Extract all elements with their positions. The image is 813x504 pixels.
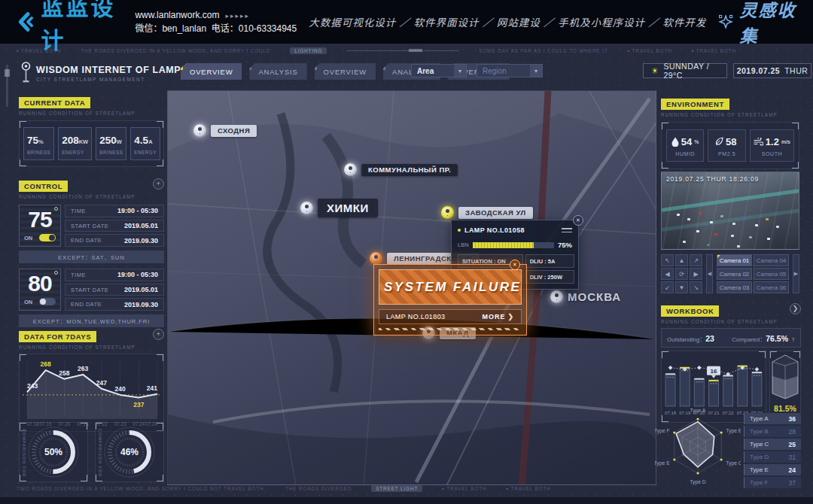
collect-link[interactable]: 灵感收集 — [718, 0, 798, 47]
map-pin-kommunalny[interactable]: КОММУНАЛЬНЫЙ ПР. — [344, 163, 458, 176]
region-select[interactable]: Region ▾ — [477, 64, 543, 77]
area-select-value: Area — [417, 67, 434, 75]
time-row[interactable]: TIME 19:00 - 05:30 — [65, 205, 164, 217]
camera-04-button[interactable]: Camera 04 — [754, 254, 789, 266]
start-date-row[interactable]: START DATE 2019.05.01 — [65, 284, 164, 296]
add-button[interactable]: + — [153, 329, 164, 340]
stat-label: BRINESS — [27, 150, 50, 155]
settings-slider-icon[interactable] — [562, 226, 572, 234]
filter-selects: Area ▾ Region ▾ — [411, 64, 543, 77]
legend-label: Type D — [750, 454, 769, 460]
deco-check: TRAVEL BOTH — [628, 48, 672, 53]
camera-05-button[interactable]: Camera 05 — [754, 268, 789, 280]
camera-video-feed[interactable]: 2019.07.25 THUR 18:26:09 — [661, 172, 799, 250]
pan-right-button[interactable]: ▶ — [690, 268, 702, 280]
pan-down-left-button[interactable]: ↙ — [661, 281, 674, 293]
svg-text:241: 241 — [147, 384, 157, 392]
pan-up-right-button[interactable]: ↗ — [690, 254, 702, 266]
gauge-value: 50% — [44, 447, 62, 457]
more-button[interactable]: MORE❯ — [482, 313, 514, 320]
legend-row-type-d[interactable]: Type D31 — [744, 451, 801, 463]
compared-label: Compared： — [732, 336, 766, 343]
camera-02-button[interactable]: Camera 02 — [717, 268, 752, 280]
expand-button[interactable]: ❯ — [790, 303, 801, 314]
failure-message-box: SYSTEM FAILURE — [379, 269, 522, 305]
brightness-bar[interactable] — [473, 242, 554, 248]
legend-row-type-b[interactable]: Type B28 — [744, 426, 801, 437]
pan-down-button[interactable]: ▼ — [675, 281, 688, 293]
workbook-stats: Outstanding：23 Compared：76.5% ↑ — [661, 328, 801, 348]
failure-title: SYSTEM FAILURE — [384, 280, 516, 295]
pan-up-button[interactable]: ▲ — [675, 254, 688, 266]
svg-text:Type C: Type C — [726, 460, 741, 466]
area-select[interactable]: Area ▾ — [411, 64, 467, 77]
pan-left-button[interactable]: ◀ — [661, 268, 674, 280]
camera-list-prev-button[interactable]: ◀ — [706, 254, 713, 293]
map-pin-moskva[interactable]: МОСКВА — [550, 290, 621, 303]
map-pin-khimki[interactable]: ХИМКИ — [300, 199, 378, 217]
refresh-button[interactable]: ⟳ — [675, 268, 688, 280]
pin-label: ХИМКИ — [318, 199, 378, 217]
camera-06-button[interactable]: Camera 06 — [754, 281, 789, 293]
environment-stats: 54% HUMID 58 PM2.5 1.2m/s SOUTH — [661, 122, 799, 169]
stat-unit: m/s — [781, 139, 790, 144]
close-icon[interactable]: ✕ — [510, 260, 520, 270]
stat-label: PM2.5 — [711, 151, 741, 156]
deco-check: TRAVEL BOTH — [692, 48, 736, 53]
pin-label: КОММУНАЛЬНЫЙ ПР. — [361, 164, 458, 176]
stat-label: HUMID — [670, 151, 700, 156]
row-value: 2019.05.01 — [124, 286, 158, 293]
tab-analysis-1[interactable]: ANALYSIS — [249, 63, 306, 80]
lamp-pin-icon — [344, 163, 357, 176]
left-slider[interactable] — [6, 65, 8, 107]
add-schedule-button[interactable]: + — [153, 178, 164, 190]
collect-label: 灵感收集 — [739, 0, 798, 47]
camera-01-button[interactable]: Camera 01 — [717, 254, 752, 266]
svg-text:268: 268 — [41, 360, 51, 368]
weekday-text: THUR — [784, 66, 808, 75]
stat-value: 54 — [681, 136, 692, 147]
row-label: START DATE — [71, 287, 108, 293]
schedule-toggle-off[interactable] — [39, 298, 56, 305]
website-link[interactable]: www.lanlanwork.com — [135, 10, 219, 20]
deco-check: TRAVEL BOTH — [506, 486, 550, 491]
chevron-right-icon: ❯ — [507, 313, 514, 320]
legend-row-type-e[interactable]: Type E24 — [744, 464, 801, 475]
lamp-types-radar-chart: Type AType BType CType DType EType F — [655, 407, 741, 485]
panel-subtitle: RUNNING CONDITION OF STREETLAMP — [19, 111, 164, 116]
end-date-row[interactable]: END DATE 2019.09.30 — [65, 234, 164, 247]
row-label: TIME — [71, 272, 86, 278]
tab-overview-1[interactable]: OVERVIEW — [181, 63, 242, 80]
tab-overview-2[interactable]: OVERVIEW — [315, 63, 376, 80]
svg-text:237: 237 — [133, 401, 144, 408]
week-line-chart: 24326825826324724023724107.1807.1907.200… — [19, 354, 164, 432]
city-map[interactable]: СХОДНЯ КОММУНАЛЬНЫЙ ПР. ХИМКИ ЗАВОДСКАЯ … — [167, 90, 656, 485]
panel-badge: DATA FOR 7DAYS — [19, 331, 96, 342]
control-panel: CONTROL + RUNNING CONDITION OF STREETLAM… — [19, 178, 164, 327]
schedule-group-2: 80 ON TIME 19:00 - 05:30 START DATE 2019… — [19, 269, 164, 327]
end-date-row[interactable]: END DATE 2019.09.30 — [65, 298, 164, 311]
map-pin-skhodnya[interactable]: СХОДНЯ — [193, 124, 257, 137]
on-label: ON — [24, 299, 32, 305]
current-data-panel: CURRENT DATA RUNNING CONDITION OF STREET… — [19, 95, 164, 167]
legend-row-type-a[interactable]: Type A36 — [744, 413, 801, 424]
start-date-row[interactable]: START DATE 2019.05.01 — [65, 220, 164, 232]
pan-down-right-button[interactable]: ↘ — [690, 281, 702, 293]
camera-panel: 2019.07.25 THUR 18:26:09 ↖ ▲ ↗ ◀ ⟳ ▶ ↙ ▼… — [661, 172, 799, 293]
video-timestamp: 2019.07.25 THUR 18:26:09 — [666, 175, 759, 183]
pan-up-left-button[interactable]: ↖ — [661, 254, 674, 266]
close-icon[interactable]: ✕ — [573, 215, 583, 226]
gauge-label: COMPARISON FOR — [22, 429, 26, 477]
stat-value: 1.2 — [766, 136, 779, 147]
schedule-toggle-on[interactable] — [39, 234, 56, 241]
lanlan-logo-icon — [15, 9, 35, 35]
arrows-decoration: ▸▸▸▸▸ — [225, 12, 250, 20]
map-pin-zavodskaya[interactable]: ЗАВОДСКАЯ УЛ — [441, 206, 533, 219]
panel-badge: CONTROL — [19, 181, 68, 192]
time-row[interactable]: TIME 19:00 - 05:30 — [65, 269, 164, 281]
lamp-mini-icon — [54, 271, 58, 275]
camera-list-next-button[interactable]: ▶ — [793, 254, 799, 293]
legend-row-type-c[interactable]: Type C25 — [744, 439, 801, 450]
camera-03-button[interactable]: Camera 03 — [717, 281, 752, 293]
wechat-label: 微信：ben_lanlan — [135, 23, 206, 34]
